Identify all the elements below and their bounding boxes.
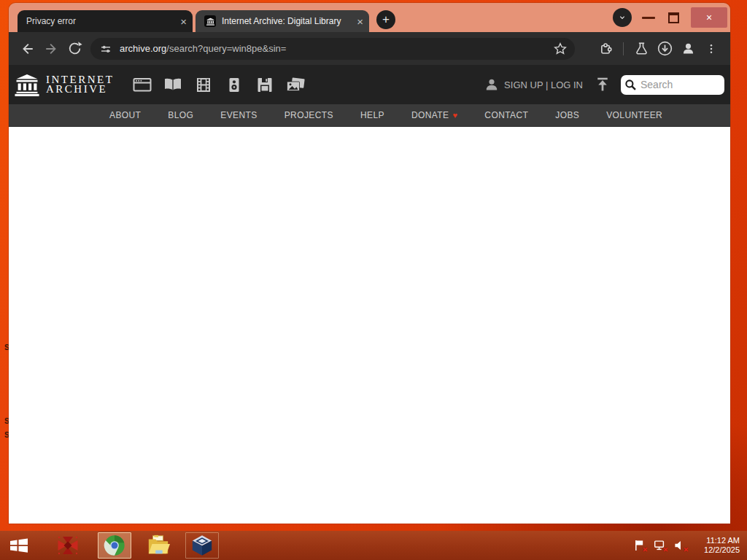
url-text: archive.org/search?query=win8pe&sin= <box>120 43 286 54</box>
wordmark-line2: ARCHIVE <box>46 85 114 94</box>
blank-results-area <box>9 127 730 524</box>
browser-toolbar: archive.org/search?query=win8pe&sin= <box>9 32 730 65</box>
start-button[interactable] <box>3 532 35 559</box>
nav-link-events[interactable]: EVENTS <box>220 110 257 120</box>
tab-privacy-error[interactable]: Privacy error × <box>18 10 193 32</box>
tab-close-icon[interactable]: × <box>357 16 363 27</box>
close-window-button[interactable]: × <box>691 7 727 28</box>
labs-button[interactable] <box>630 37 653 61</box>
texts-icon[interactable] <box>163 77 182 93</box>
site-settings-icon[interactable] <box>99 42 112 55</box>
window-controls: × <box>613 7 727 28</box>
network-status-button[interactable]: ✕ <box>651 537 668 553</box>
virtualbox-icon <box>190 534 214 557</box>
red-app-icon <box>57 534 79 556</box>
archive-logo[interactable]: INTERNET ARCHIVE <box>15 74 114 96</box>
media-type-links <box>133 77 305 93</box>
action-center-button[interactable]: ✕ <box>630 537 648 553</box>
downloads-button[interactable] <box>653 37 676 61</box>
kebab-menu-icon <box>705 42 718 56</box>
back-button[interactable] <box>16 37 39 61</box>
nav-link-volunteer[interactable]: VOLUNTEER <box>606 110 662 120</box>
url-domain: archive.org <box>120 43 166 54</box>
taskbar: ✕ ✕ ✕ 11:12 AM 12/2/2025 <box>0 531 747 560</box>
maximize-button[interactable] <box>668 12 679 23</box>
tab-close-icon[interactable]: × <box>180 16 187 27</box>
toolbar-divider <box>623 42 624 55</box>
tab-title: Privacy error <box>26 16 174 26</box>
nav-link-donate[interactable]: DONATE♥ <box>411 110 457 120</box>
archive-nav: ABOUT BLOG EVENTS PROJECTS HELP DONATE♥ … <box>9 104 730 127</box>
tab-strip: Privacy error × Internet Archive: Digita… <box>9 3 730 32</box>
clock-time: 11:12 AM <box>697 536 740 545</box>
minimize-button[interactable] <box>642 17 655 19</box>
windows-logo-icon <box>9 537 28 554</box>
flask-icon <box>634 41 649 56</box>
puzzle-icon <box>598 41 614 56</box>
url-path: /search?query=win8pe&sin= <box>166 43 286 54</box>
clock-date: 12/2/2025 <box>697 545 740 555</box>
taskbar-explorer-button[interactable] <box>142 532 175 559</box>
nav-link-jobs[interactable]: JOBS <box>555 110 579 120</box>
nav-link-about[interactable]: ABOUT <box>109 110 141 120</box>
archive-search-input[interactable] <box>639 78 708 91</box>
profile-button[interactable] <box>676 37 700 61</box>
toolbar-actions <box>594 37 723 61</box>
reload-button[interactable] <box>63 37 86 61</box>
nav-link-help[interactable]: HELP <box>360 110 384 120</box>
browser-window: Privacy error × Internet Archive: Digita… <box>9 3 730 524</box>
mute-badge-icon: ✕ <box>683 547 689 553</box>
header-right: SIGN UP | LOG IN <box>484 75 724 95</box>
software-icon[interactable] <box>255 77 274 93</box>
audio-icon[interactable] <box>225 77 244 93</box>
archive-favicon-icon <box>204 15 216 27</box>
search-icon <box>624 79 637 91</box>
alert-badge-icon: ✕ <box>662 547 668 553</box>
chrome-icon <box>103 534 126 557</box>
taskbar-chrome-button[interactable] <box>98 532 131 559</box>
menu-button[interactable] <box>700 37 723 61</box>
upload-icon[interactable] <box>595 76 611 93</box>
reload-icon <box>67 41 82 56</box>
avatar-icon <box>680 40 697 57</box>
signup-login-link[interactable]: SIGN UP | LOG IN <box>504 79 583 90</box>
address-bar[interactable]: archive.org/search?query=win8pe&sin= <box>90 38 575 60</box>
nav-link-contact[interactable]: CONTACT <box>484 110 528 120</box>
back-arrow-icon <box>20 41 36 57</box>
star-icon <box>553 42 568 56</box>
taskbar-red-app-button[interactable] <box>51 532 85 559</box>
extensions-button[interactable] <box>594 37 617 61</box>
movies-icon[interactable] <box>194 77 213 93</box>
download-icon <box>657 40 673 57</box>
taskbar-virtualbox-button[interactable] <box>185 532 219 559</box>
tab-search-button[interactable] <box>613 8 632 27</box>
taskbar-clock[interactable]: 11:12 AM 12/2/2025 <box>697 536 740 555</box>
archive-wordmark: INTERNET ARCHIVE <box>46 75 114 94</box>
file-explorer-icon <box>147 534 170 556</box>
heart-icon: ♥ <box>452 111 457 120</box>
volume-button[interactable]: ✕ <box>671 537 689 553</box>
archive-search-box[interactable] <box>621 75 724 95</box>
nav-link-blog[interactable]: BLOG <box>168 110 193 120</box>
new-tab-button[interactable]: + <box>376 10 395 29</box>
web-icon[interactable] <box>133 77 152 93</box>
archive-header: INTERNET ARCHIVE <box>9 65 730 104</box>
person-icon <box>484 77 500 93</box>
page-content: INTERNET ARCHIVE <box>9 65 730 524</box>
system-tray: ✕ ✕ ✕ 11:12 AM 12/2/2025 <box>630 536 747 555</box>
alert-badge-icon: ✕ <box>642 547 648 553</box>
chevron-down-icon <box>617 12 627 23</box>
archive-building-icon <box>15 74 39 96</box>
forward-arrow-icon <box>43 41 59 57</box>
images-icon[interactable] <box>286 77 305 93</box>
nav-link-donate-label: DONATE <box>411 110 449 120</box>
tab-title: Internet Archive: Digital Library <box>222 16 351 26</box>
nav-link-projects[interactable]: PROJECTS <box>285 110 333 120</box>
forward-button[interactable] <box>39 37 63 61</box>
tab-internet-archive[interactable]: Internet Archive: Digital Library × <box>196 10 369 32</box>
bookmark-button[interactable] <box>549 37 572 61</box>
